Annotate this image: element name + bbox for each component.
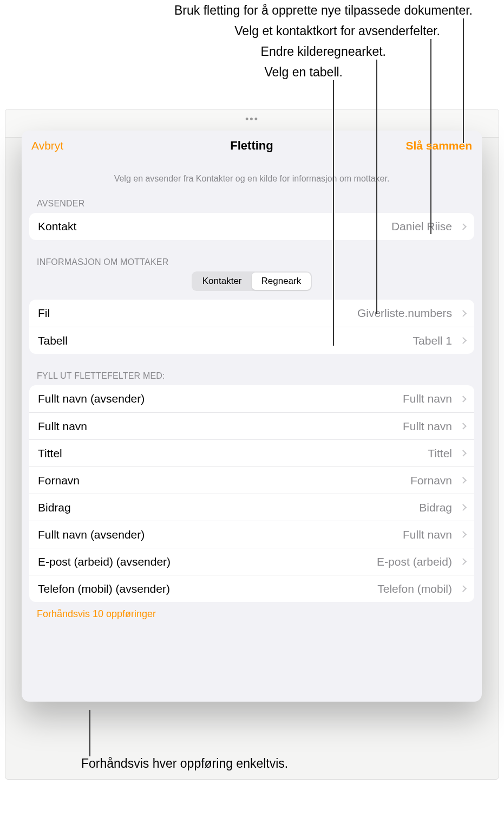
chevron-right-icon bbox=[460, 558, 467, 565]
merge-field-label: Fullt navn (avsender) bbox=[38, 392, 145, 405]
merge-field-value: Tittel bbox=[428, 447, 452, 460]
merge-field-label: Fullt navn bbox=[38, 420, 87, 433]
file-label: Fil bbox=[38, 307, 50, 320]
callout-text: Velg en tabell. bbox=[264, 65, 343, 80]
segment-contacts[interactable]: Kontakter bbox=[193, 273, 252, 290]
segment-spreadsheet[interactable]: Regneark bbox=[252, 273, 311, 290]
merge-field-label: Bidrag bbox=[38, 501, 71, 514]
merge-field-row[interactable]: Fullt navn (avsender)Fullt navn bbox=[29, 385, 474, 412]
chevron-right-icon bbox=[460, 310, 467, 317]
merge-field-label: Fornavn bbox=[38, 474, 80, 487]
merge-field-row[interactable]: BidragBidrag bbox=[29, 494, 474, 521]
recipient-group: Fil Giverliste.numbers Tabell Tabell 1 bbox=[29, 300, 474, 354]
recipient-section-label: INFORMASJON OM MOTTAKER bbox=[37, 257, 467, 267]
panel-hint: Velg en avsender fra Kontakter og en kil… bbox=[40, 174, 463, 184]
merge-field-row[interactable]: TittelTittel bbox=[29, 439, 474, 466]
merge-field-row[interactable]: FornavnFornavn bbox=[29, 466, 474, 494]
merge-field-value: E-post (arbeid) bbox=[377, 555, 452, 568]
preview-link[interactable]: Forhåndsvis 10 oppføringer bbox=[37, 608, 156, 620]
merge-field-value: Fullt navn bbox=[403, 528, 452, 541]
chevron-right-icon bbox=[460, 450, 467, 457]
callout-text: Endre kilderegnearket. bbox=[261, 44, 386, 59]
table-label: Tabell bbox=[38, 334, 68, 347]
merge-field-value: Fullt navn bbox=[403, 420, 452, 433]
cancel-button[interactable]: Avbryt bbox=[31, 139, 63, 152]
table-value: Tabell 1 bbox=[413, 334, 452, 347]
merge-button[interactable]: Slå sammen bbox=[405, 139, 472, 152]
chevron-right-icon bbox=[460, 223, 467, 230]
sender-section-label: AVSENDER bbox=[37, 199, 467, 209]
contact-label: Kontakt bbox=[38, 220, 76, 233]
sender-group: Kontakt Daniel Riise bbox=[29, 213, 474, 240]
table-row[interactable]: Tabell Tabell 1 bbox=[29, 327, 474, 354]
source-segmented-control[interactable]: Kontakter Regneark bbox=[192, 271, 312, 291]
merge-field-label: E-post (arbeid) (avsender) bbox=[38, 555, 171, 568]
callout-text: Velg et kontaktkort for avsenderfelter. bbox=[234, 24, 440, 38]
merge-field-row[interactable]: Fullt navn (avsender)Fullt navn bbox=[29, 521, 474, 548]
merge-field-value: Fullt navn bbox=[403, 392, 452, 405]
merge-field-label: Tittel bbox=[38, 447, 62, 460]
callout-text: Bruk fletting for å opprette nye tilpass… bbox=[174, 3, 473, 18]
merge-field-label: Fullt navn (avsender) bbox=[38, 528, 145, 541]
window-handle: ••• bbox=[245, 114, 259, 125]
file-value: Giverliste.numbers bbox=[357, 307, 452, 320]
mail-merge-panel: Avbryt Fletting Slå sammen Velg en avsen… bbox=[22, 131, 482, 702]
merge-field-value: Bidrag bbox=[419, 501, 452, 514]
merge-field-row[interactable]: Fullt navnFullt navn bbox=[29, 412, 474, 439]
contact-value: Daniel Riise bbox=[391, 220, 452, 233]
merge-field-value: Telefon (mobil) bbox=[377, 582, 452, 595]
chevron-right-icon bbox=[460, 337, 467, 344]
panel-header: Avbryt Fletting Slå sammen bbox=[22, 131, 482, 161]
fields-section-label: FYLL UT FLETTEFELTER MED: bbox=[37, 371, 467, 381]
file-row[interactable]: Fil Giverliste.numbers bbox=[29, 300, 474, 327]
merge-field-label: Telefon (mobil) (avsender) bbox=[38, 582, 170, 595]
merge-field-row[interactable]: E-post (arbeid) (avsender)E-post (arbeid… bbox=[29, 548, 474, 575]
merge-field-value: Fornavn bbox=[410, 474, 452, 487]
contact-row[interactable]: Kontakt Daniel Riise bbox=[29, 213, 474, 240]
chevron-right-icon bbox=[460, 585, 467, 592]
chevron-right-icon bbox=[460, 477, 467, 484]
chevron-right-icon bbox=[460, 504, 467, 511]
chevron-right-icon bbox=[460, 531, 467, 538]
chevron-right-icon bbox=[460, 423, 467, 430]
merge-field-row[interactable]: Telefon (mobil) (avsender)Telefon (mobil… bbox=[29, 575, 474, 602]
fields-group: Fullt navn (avsender)Fullt navnFullt nav… bbox=[29, 385, 474, 602]
chevron-right-icon bbox=[460, 396, 467, 403]
